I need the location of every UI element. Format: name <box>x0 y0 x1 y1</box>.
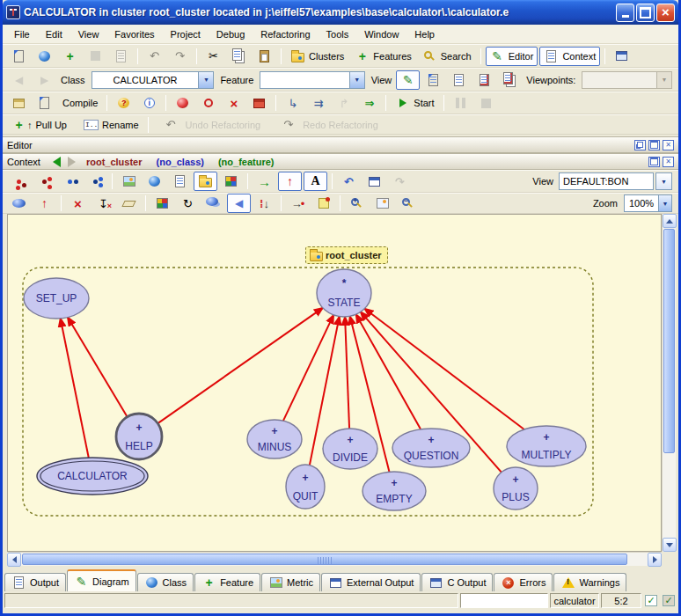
vertical-scrollbar[interactable] <box>662 214 676 552</box>
menu-window[interactable]: Window <box>356 27 406 41</box>
tab-output[interactable]: Output <box>4 573 66 591</box>
context-maximize-button[interactable] <box>648 157 660 167</box>
stop-debug-button[interactable] <box>474 93 498 113</box>
feature-combobox[interactable] <box>260 71 364 89</box>
remove-anchor-button[interactable] <box>92 194 115 213</box>
view-flat-button[interactable] <box>421 70 445 90</box>
tab-metric[interactable]: Metric <box>261 573 320 591</box>
zoom-out-button[interactable]: − <box>396 194 420 213</box>
context-back-button[interactable] <box>49 155 64 169</box>
menu-project[interactable]: Project <box>163 27 209 41</box>
editor-close-button[interactable] <box>663 140 674 150</box>
diagram-redo-button[interactable] <box>388 172 412 191</box>
step-into-button[interactable] <box>281 93 304 113</box>
tab-errors[interactable]: Errors <box>494 573 553 591</box>
vertical-scroll-thumb[interactable] <box>663 229 675 453</box>
uml-class-button[interactable] <box>168 172 192 191</box>
menu-tools[interactable]: Tools <box>319 27 357 41</box>
diagram-history-button[interactable] <box>362 172 386 191</box>
compile-button[interactable]: Compile <box>58 95 102 111</box>
export-image-button[interactable] <box>117 172 141 191</box>
zoom-combobox-dropdown-icon[interactable] <box>658 195 671 211</box>
menu-help[interactable]: Help <box>406 27 443 41</box>
external-commands-button[interactable] <box>610 47 633 66</box>
open-project-button[interactable] <box>33 47 56 66</box>
ancestor-links-button[interactable] <box>58 172 82 191</box>
scroll-left-button[interactable] <box>7 553 21 567</box>
view-clickable-button[interactable] <box>447 70 471 90</box>
run-to-cursor-button[interactable] <box>357 93 381 113</box>
tab-c-output[interactable]: C Output <box>421 573 493 591</box>
diagram-node-empty[interactable]: +EMPTY <box>362 472 426 510</box>
menu-debug[interactable]: Debug <box>209 27 253 41</box>
context-cluster-link[interactable]: root_cluster <box>86 157 143 167</box>
redo-button[interactable] <box>168 47 192 66</box>
cluster-color-button[interactable] <box>219 172 243 191</box>
diagram-node-plus[interactable]: +PLUS <box>494 467 538 510</box>
minimize-button[interactable] <box>616 4 634 22</box>
diagram-view-field[interactable]: DEFAULT:BON <box>559 172 654 190</box>
inheritance-arrow-multiply-state[interactable] <box>364 309 524 429</box>
force-layout-button[interactable] <box>227 194 251 213</box>
new-inheritance-tool-button[interactable] <box>33 194 56 213</box>
diagram-view-dropdown-button[interactable] <box>655 172 672 190</box>
scroll-track[interactable] <box>628 553 648 566</box>
diagram-node-help[interactable]: +HELP <box>116 414 162 459</box>
rename-button[interactable]: Rename <box>79 115 143 135</box>
inheritance-arrow-help-state[interactable] <box>157 308 323 423</box>
stop-process-button[interactable] <box>84 47 107 66</box>
diagram-canvas[interactable]: SET_UP*STATE+HELPCALCULATOR+MINUS+QUIT+D… <box>7 214 662 552</box>
pull-up-button[interactable]: Pull Up <box>7 115 71 135</box>
scroll-track[interactable] <box>663 454 676 538</box>
root-cluster-label[interactable]: root_cluster <box>305 246 388 264</box>
add-item-button[interactable] <box>58 47 82 66</box>
editor-toggle-button[interactable]: Editor <box>486 47 538 66</box>
diagram-node-set_up[interactable]: SET_UP <box>24 278 89 319</box>
pin-note-button[interactable] <box>311 194 335 213</box>
menu-view[interactable]: View <box>70 27 107 41</box>
client-links-button[interactable] <box>33 172 56 191</box>
menu-edit[interactable]: Edit <box>38 27 70 41</box>
save-button[interactable] <box>109 47 133 66</box>
maximize-button[interactable] <box>636 4 655 22</box>
menu-favorites[interactable]: Favorites <box>106 27 162 41</box>
context-close-button[interactable] <box>663 157 674 167</box>
undo-refactoring-button[interactable]: Undo Refactoring <box>159 115 269 135</box>
paste-button[interactable] <box>253 47 276 66</box>
tab-external-output[interactable]: External Output <box>321 573 421 591</box>
feature-combobox-dropdown-icon[interactable] <box>349 72 364 88</box>
editor-maximize-button[interactable] <box>648 140 660 150</box>
freeze-button[interactable] <box>33 93 56 113</box>
pause-button[interactable] <box>449 93 472 113</box>
scroll-right-button[interactable] <box>648 553 662 567</box>
features-button[interactable]: Features <box>350 47 415 66</box>
undo-button[interactable] <box>143 47 166 66</box>
diagram-node-minus[interactable]: +MINUS <box>247 420 302 458</box>
supplier-links-button[interactable] <box>7 172 31 191</box>
context-class-link[interactable]: (no_class) <box>157 157 204 167</box>
zoom-in-button[interactable]: + <box>345 194 369 213</box>
erase-button[interactable] <box>117 194 141 213</box>
context-forward-button[interactable] <box>64 155 79 169</box>
fit-view-button[interactable] <box>370 194 394 213</box>
cut-button[interactable] <box>201 47 225 66</box>
start-button[interactable]: Start <box>391 93 438 113</box>
diagram-undo-button[interactable] <box>337 172 361 191</box>
step-over-button[interactable] <box>306 93 330 113</box>
view-flat-contract-button[interactable] <box>498 70 522 90</box>
diagram-node-multiply[interactable]: +MULTIPLY <box>507 426 586 466</box>
diagram-node-divide[interactable]: +DIVIDE <box>323 429 377 469</box>
disable-breakpoints-button[interactable] <box>222 93 245 113</box>
inheritance-arrow-calculator-set_up[interactable] <box>61 319 89 458</box>
client-supplier-toggle-button[interactable] <box>253 172 276 191</box>
uml-view-button[interactable] <box>143 172 166 191</box>
new-window-button[interactable] <box>7 47 31 66</box>
viewpoints-combobox[interactable] <box>582 71 672 89</box>
tab-feature[interactable]: Feature <box>194 573 260 591</box>
clusters-button[interactable]: Clusters <box>286 47 348 66</box>
scroll-up-button[interactable] <box>663 214 677 228</box>
menu-file[interactable]: File <box>6 27 38 41</box>
zoom-combobox[interactable]: 100% <box>624 194 672 212</box>
diagram-node-question[interactable]: +QUESTION <box>392 429 470 467</box>
context-feature-link[interactable]: (no_feature) <box>218 157 275 167</box>
